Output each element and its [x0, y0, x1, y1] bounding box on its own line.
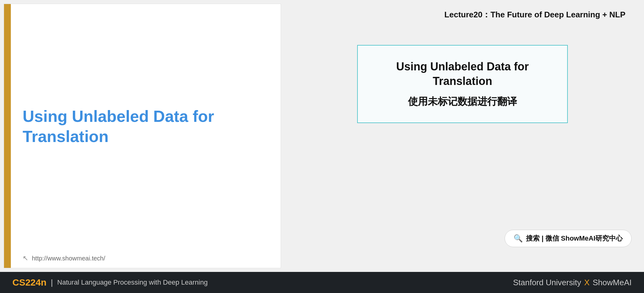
course-info: CS224n | Natural Language Processing wit… — [12, 277, 208, 288]
course-separator: | — [51, 278, 53, 287]
right-panel: Lecture20：The Future of Deep Learning + … — [281, 0, 644, 272]
slide-url: http://www.showmeai.tech/ — [32, 255, 105, 262]
course-name: Natural Language Processing with Deep Le… — [57, 278, 208, 286]
translation-title-en: Using Unlabeled Data for Translation — [376, 60, 549, 89]
translation-title-en-line1: Using Unlabeled Data for — [396, 60, 529, 73]
search-text: 搜索 | 微信 ShowMeAI研究中心 — [526, 234, 623, 243]
translation-title-en-line2: Translation — [433, 75, 492, 87]
slide-content: Using Unlabeled Data for Translation — [4, 4, 281, 249]
search-box[interactable]: 🔍 搜索 | 微信 ShowMeAI研究中心 — [505, 230, 632, 247]
translation-box: Using Unlabeled Data for Translation 使用未… — [357, 45, 568, 123]
slide-panel: Using Unlabeled Data for Translation ↖ h… — [4, 4, 281, 268]
translation-title-zh: 使用未标记数据进行翻译 — [376, 95, 549, 109]
search-icon: 🔍 — [514, 234, 523, 243]
slide-left-border — [4, 4, 11, 268]
showmeai-text: ShowMeAI — [593, 278, 632, 287]
slide-title: Using Unlabeled Data for Translation — [23, 106, 268, 147]
slide-title-line1: Using Unlabeled Data for — [23, 107, 214, 125]
bottom-bar: CS224n | Natural Language Processing wit… — [0, 272, 644, 293]
slide-footer: ↖ http://www.showmeai.tech/ — [4, 249, 281, 268]
slide-title-line2: Translation — [23, 127, 108, 145]
stanford-text: Stanford University — [513, 278, 581, 287]
course-code: CS224n — [12, 277, 46, 288]
university-info: Stanford University X ShowMeAI — [513, 278, 632, 287]
lecture-title: Lecture20：The Future of Deep Learning + … — [293, 9, 632, 20]
x-separator: X — [584, 278, 589, 287]
cursor-icon: ↖ — [23, 254, 28, 262]
